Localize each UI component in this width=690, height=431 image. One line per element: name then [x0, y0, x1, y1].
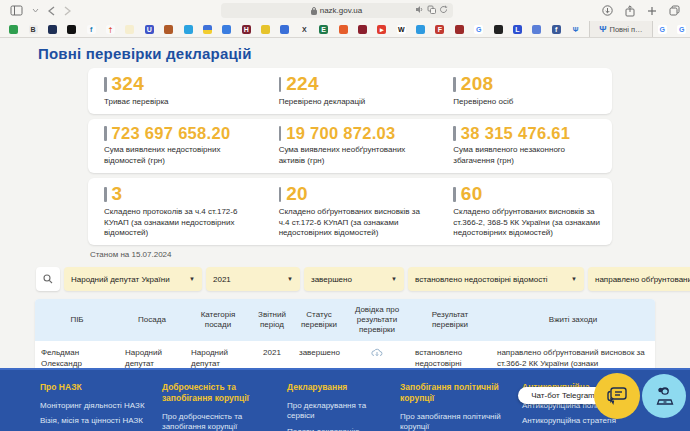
search-button[interactable] [36, 267, 60, 291]
address-bar[interactable]: nazk.gov.ua [221, 3, 453, 18]
sidebar-icon[interactable] [10, 5, 23, 16]
stat-bar [453, 77, 456, 92]
favicon[interactable] [261, 25, 270, 34]
filter-label: 2021 [213, 275, 231, 284]
favicon[interactable]: f [552, 25, 561, 34]
support-agent-icon [652, 385, 676, 407]
favicon[interactable]: X [300, 25, 309, 34]
footer-link[interactable]: Антикорупційна стратегія [522, 416, 672, 426]
filter-result[interactable]: встановлено недостовірні відомості▼ [408, 267, 584, 291]
sidebar-chevron-icon[interactable] [32, 8, 39, 13]
footer-column-declaration: Декларування Про декларування та сервіси… [287, 382, 400, 431]
favicon[interactable] [339, 25, 348, 34]
footer-link[interactable]: Подати декларацію [287, 427, 386, 431]
footer-link[interactable]: Про доброчесність та запобігання корупці… [162, 412, 273, 431]
active-tab-title: Повні п… [610, 25, 643, 34]
stat-value: 60 [461, 183, 483, 205]
footer-heading: Доброчесність та запобігання корупції [162, 382, 273, 404]
new-tab-icon[interactable] [647, 6, 657, 16]
favicon[interactable]: Н [242, 25, 251, 34]
favicon[interactable]: f [87, 25, 96, 34]
favicon[interactable] [125, 25, 134, 34]
stat-persons-checked: 208 Перевірено осіб [437, 73, 612, 107]
favicon[interactable]: Ψ [571, 25, 580, 34]
filter-period[interactable]: 2021▼ [206, 267, 300, 291]
column-header: Звітний період [251, 299, 293, 341]
stat-label: Сума виявлених недостовірних відомостей … [104, 145, 255, 166]
stat-value: 324 [112, 73, 145, 95]
active-tab[interactable]: Ψ Повні п… [589, 21, 652, 37]
favicon[interactable]: B [29, 25, 38, 34]
stat-protocols: 3 Складено протоколів за ч.4 ст.172-6 КУ… [88, 183, 263, 238]
favicon[interactable] [358, 25, 367, 34]
footer-column-political-corruption: Запобігання політичній корупції Про запо… [400, 382, 522, 431]
favicon[interactable] [416, 25, 425, 34]
favicon[interactable] [164, 25, 173, 34]
footer-link[interactable]: Про запобігання політичній корупції [400, 412, 508, 431]
chat-button[interactable] [594, 373, 640, 419]
footer-heading: Про НАЗК [40, 382, 148, 393]
favicon[interactable] [222, 25, 231, 34]
favicon[interactable]: U [145, 25, 154, 34]
filter-label: завершено [311, 275, 352, 284]
column-header: Вжиті заходи [491, 299, 655, 341]
column-header: Посада [119, 299, 185, 341]
translate-icon[interactable] [427, 5, 436, 14]
chevron-down-icon: ▼ [189, 276, 195, 282]
favicon[interactable] [494, 25, 503, 34]
search-icon [43, 274, 53, 284]
footer-link[interactable]: Моніторинг діяльності НАЗК [40, 401, 148, 411]
footer-link[interactable]: Про декларування та сервіси [287, 401, 386, 422]
favicon[interactable]: E [319, 25, 328, 34]
support-button[interactable] [642, 374, 686, 418]
stat-bar [453, 126, 456, 141]
cloud-download-icon[interactable] [371, 350, 383, 359]
stat-label: Сума виявленого незаконного збагачення (… [453, 145, 604, 166]
share-icon[interactable] [625, 5, 635, 17]
favorites-bar: Bf†UНXE▸WFGLfΨ [4, 25, 585, 34]
chevron-down-icon: ▼ [287, 276, 293, 282]
favicon[interactable]: G [658, 25, 667, 34]
stat-value: 19 700 872.03 [286, 124, 395, 143]
mute-icon[interactable] [415, 5, 424, 14]
favicon[interactable] [280, 25, 289, 34]
stat-conclusions-kupap: 20 Складено обґрунтованих висновків за ч… [263, 183, 438, 238]
footer-heading: Декларування [287, 382, 386, 393]
filter-label: направлено обґрунтований висновок за с [595, 275, 690, 284]
footer-link[interactable]: Візія, місія та цінності НАЗК [40, 416, 148, 426]
favicon[interactable] [203, 25, 212, 34]
stat-bar [453, 187, 456, 202]
downloads-icon[interactable] [602, 5, 613, 16]
favicon[interactable] [532, 25, 541, 34]
footer-column-about: Про НАЗК Моніторинг діяльності НАЗК Візі… [40, 382, 162, 431]
column-header: ПІБ [35, 299, 119, 341]
stat-label: Перевірено осіб [453, 97, 604, 107]
stats-card-row1: 324 Триває перевірка 224 Перевірено декл… [88, 68, 612, 114]
forward-button[interactable] [64, 6, 71, 16]
filter-category[interactable]: Народний депутат України▼ [64, 267, 202, 291]
favicon[interactable]: F [435, 25, 444, 34]
stat-label: Сума виявлених необґрунтованих активів (… [279, 145, 430, 166]
favicon[interactable]: L [513, 25, 522, 34]
stat-value: 20 [286, 183, 308, 205]
filter-measures[interactable]: направлено обґрунтований висновок за с▼ [588, 267, 690, 291]
address-url: nazk.gov.ua [320, 6, 363, 15]
filter-status[interactable]: завершено▼ [304, 267, 404, 291]
favicon[interactable]: ▸ [377, 25, 386, 34]
back-button[interactable] [48, 6, 55, 16]
favicon[interactable] [9, 25, 18, 34]
favicon[interactable] [48, 25, 57, 34]
table-header-row: ПІБ Посада Категорія посади Звітний пері… [35, 299, 655, 341]
favicon[interactable] [67, 25, 76, 34]
stat-bar [279, 187, 282, 202]
favicon[interactable] [455, 25, 464, 34]
tab-overview-icon[interactable] [669, 5, 680, 16]
favicon[interactable]: G [677, 25, 686, 34]
favicon[interactable]: W [397, 25, 406, 34]
favicon[interactable]: G [474, 25, 483, 34]
favicon[interactable]: † [106, 25, 115, 34]
footer-column-integrity: Доброчесність та запобігання корупції Пр… [162, 382, 287, 431]
reload-icon[interactable] [439, 5, 448, 14]
favicon[interactable] [184, 25, 193, 34]
stat-value: 208 [461, 73, 494, 95]
